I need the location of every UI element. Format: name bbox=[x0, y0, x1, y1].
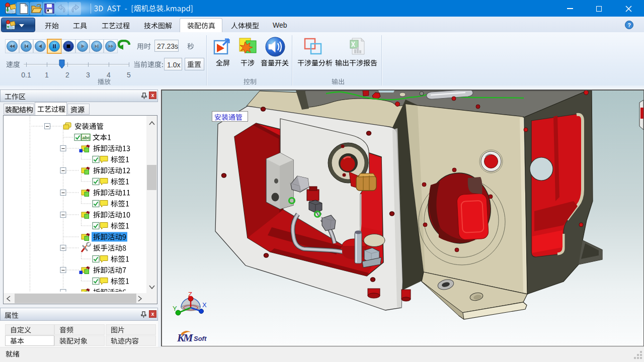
svg-text:Soft: Soft bbox=[194, 335, 207, 342]
svg-text:X: X bbox=[202, 301, 207, 309]
svg-text:Z: Z bbox=[188, 291, 192, 298]
svg-text:?: ? bbox=[627, 22, 631, 28]
svg-text:abc: abc bbox=[83, 135, 91, 140]
svg-text:Y: Y bbox=[173, 305, 177, 312]
